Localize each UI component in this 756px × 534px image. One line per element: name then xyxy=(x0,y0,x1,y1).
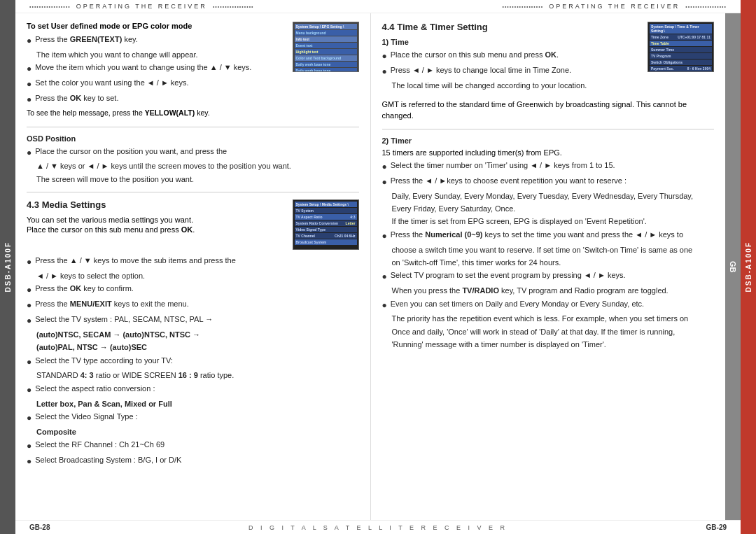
gb-side-tab: GB xyxy=(725,13,741,520)
gmt-text: GMT is referred to the standard time of … xyxy=(382,99,715,122)
yellow-alt-text: To see the help message, press the YELLO… xyxy=(27,108,287,117)
footer-center: D I G I T A L S A T E L L I T E R E C E … xyxy=(248,524,507,531)
right-side-tab: DSB-A100F xyxy=(741,0,756,534)
bullet-item: ● Set the color you want using the ◄ / ►… xyxy=(27,78,287,90)
media-settings-bullets: ● Press the ▲ / ▼ keys to move the sub i… xyxy=(27,255,359,468)
footer-page-left: GB-28 xyxy=(29,524,50,531)
osd-position-title: OSD Position xyxy=(27,134,359,143)
header-title-right: OPERATING THE RECEIVER xyxy=(549,3,680,10)
timer-setting-title: 4.4 Time & Timer Setting xyxy=(382,22,643,32)
screen-mockup-1: System Setup \ EPG Setting \ Menu backgr… xyxy=(293,22,359,72)
footer: GB-28 D I G I T A L S A T E L L I T E R … xyxy=(15,520,741,534)
header-dots-right2: ••••••••••••••••• xyxy=(685,4,727,9)
header-dots-right1: ••••••••••••••••• xyxy=(213,4,254,9)
left-side-tab: DSB-A100F xyxy=(0,0,15,534)
left-column: To set User defined mode or EPG color mo… xyxy=(15,13,371,520)
osd-indent-2: The screen will move to the position you… xyxy=(27,174,359,185)
timer-intro: 15 timers are supported including timer(… xyxy=(382,148,715,157)
timer-title: 2) Timer xyxy=(382,136,715,145)
header-dots-left2: ••••••••••••••••• xyxy=(502,4,543,9)
bullet-item: ● Press the OK key to set. xyxy=(27,93,287,106)
right-column: 4.4 Time & Timer Setting 1) Time ● Place… xyxy=(371,13,726,520)
header-bar: ••••••••••••••••• OPERATING THE RECEIVER… xyxy=(15,0,741,13)
osd-indent-1: ▲ / ▼ keys or ◄ / ► keys until the scree… xyxy=(27,161,359,171)
osd-position-section: OSD Position ● Place the cursor on the p… xyxy=(27,134,359,185)
bullet-item: ● Move the item which you want to change… xyxy=(27,62,287,75)
media-settings-intro2: Place the cursor on this sub menu and pr… xyxy=(27,225,287,234)
bullet-item: ● Press the GREEN(TEXT) key. xyxy=(27,34,287,47)
timer-section: 2) Timer 15 timers are supported includi… xyxy=(382,136,715,351)
set-user-defined-title: To set User defined mode or EPG color mo… xyxy=(27,22,287,30)
header-title-left: OPERATING THE RECEIVER xyxy=(76,3,207,10)
media-settings-title: 4.3 Media Settings xyxy=(27,199,287,210)
indent-text: The item which you want to change will a… xyxy=(27,50,287,60)
media-settings-intro1: You can set the various media settings y… xyxy=(27,216,287,224)
time-title: 1) Time xyxy=(382,38,643,46)
bullet-item: ● Place the cursor on the position you w… xyxy=(27,146,359,159)
screen-mockup-2: System Setup \ Media Settings \ TV Syste… xyxy=(293,199,359,250)
header-dots-left: ••••••••••••••••• xyxy=(29,4,71,9)
screen-mockup-3: System Setup \ Time & Timer Setting \ Ti… xyxy=(648,22,714,72)
footer-page-right: GB-29 xyxy=(706,524,727,531)
